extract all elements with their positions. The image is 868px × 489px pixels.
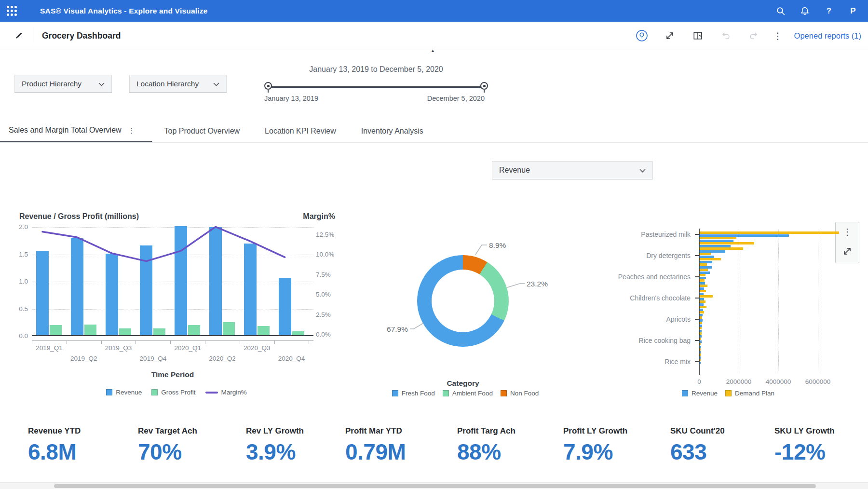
demand-plan-bar[interactable] [700,269,708,271]
search-icon[interactable] [775,6,786,16]
demand-plan-bar[interactable] [700,258,721,260]
horizontal-scrollbar-thumb[interactable] [54,484,816,488]
collapse-caret-icon[interactable]: ▲ [431,48,435,53]
demand-plan-bar[interactable] [700,343,701,345]
category-donut[interactable] [417,255,509,347]
demand-plan-bar[interactable] [700,285,707,287]
demand-plan-bar[interactable] [700,332,702,335]
gross-profit-bar[interactable] [119,328,131,336]
demand-plan-bar[interactable] [700,279,705,282]
demand-plan-bar[interactable] [700,242,754,244]
legend-item-demand-plan[interactable]: Demand Plan [725,390,774,397]
demand-plan-bar[interactable] [700,327,702,329]
tab-sales-and-margin-total-overview[interactable]: Sales and Margin Total Overview⋮ [0,120,152,142]
slider-start-label: January 13, 2019 [264,95,318,102]
kpi-tile-sku-ly-growth[interactable]: SKU LY Growth-12% [774,426,835,465]
date-range-slider-track[interactable] [268,86,484,88]
demand-plan-bar[interactable] [700,290,706,292]
panel-toggle-icon[interactable] [690,27,706,44]
hbar-category-label: Rice mix [601,357,691,366]
combo-x-tick [309,340,309,344]
kpi-tile-profit-ly-growth[interactable]: Profit LY Growth7.9% [563,426,627,465]
legend-item-revenue[interactable]: Revenue [106,389,142,396]
legend-item-gross-profit[interactable]: Gross Profit [151,389,195,396]
demand-plan-bar[interactable] [700,359,701,361]
tab-top-product-overview[interactable]: Top Product Overview [152,120,253,142]
slider-handle-end[interactable] [480,82,488,90]
gross-profit-bar[interactable] [50,325,62,336]
gross-profit-bar[interactable] [84,325,96,336]
gross-profit-bar[interactable] [223,322,235,336]
revenue-bar[interactable] [140,245,152,336]
kpi-tile-profit-mar-ytd[interactable]: Profit Mar YTD0.79M [345,426,406,465]
notifications-icon[interactable] [800,6,810,16]
horizontal-scrollbar-track[interactable] [0,482,868,489]
object-menu-icon[interactable]: ⋮ [843,228,852,236]
revenue-bar[interactable] [71,238,83,336]
gross-profit-bar[interactable] [258,326,270,337]
hbar-y-tick [695,234,699,235]
suggestions-bulb-icon[interactable] [634,27,650,44]
legend-item-margin-[interactable]: Margin% [205,389,247,396]
demand-plan-bar[interactable] [700,274,705,276]
demand-plan-bar[interactable] [700,247,743,250]
gross-profit-bar[interactable] [153,328,165,336]
revenue-bar[interactable] [175,226,187,336]
product-hierarchy-dropdown[interactable]: Product Hierarchy [14,75,112,93]
kpi-tile-rev-target-ach[interactable]: Rev Target Ach70% [138,426,197,465]
location-hierarchy-dropdown[interactable]: Location Hierarchy [129,75,227,93]
demand-plan-bar[interactable] [700,253,711,255]
object-maximize-icon[interactable] [842,246,852,258]
legend-item-revenue[interactable]: Revenue [682,390,718,397]
kpi-tile-revenue-ytd[interactable]: Revenue YTD6.8M [28,426,81,465]
slider-handle-start[interactable] [264,82,272,90]
tab-overflow-menu-icon[interactable]: ⋮ [128,127,136,134]
object-float-toolbar: ⋮ [835,222,859,263]
undo-icon[interactable] [718,27,734,44]
demand-plan-bar[interactable] [700,338,701,340]
combo-right-axis-label: 7.5% [316,271,340,278]
tab-location-kpi-review[interactable]: Location KPI Review [252,120,349,142]
revenue-bar[interactable] [209,227,222,336]
gross-profit-bar[interactable] [188,325,200,336]
demand-plan-bar[interactable] [700,295,713,298]
demand-plan-bar[interactable] [700,263,707,266]
legend-item-non-food[interactable]: Non Food [501,390,539,397]
combo-x-tick [240,340,240,344]
demand-plan-bar[interactable] [700,348,701,351]
help-icon[interactable]: ? [824,6,834,16]
demand-plan-bar[interactable] [700,311,704,313]
opened-reports-link[interactable]: Opened reports (1) [794,31,861,41]
toolbar-menu-icon[interactable]: ⋮ [773,31,783,41]
demand-plan-bar[interactable] [700,231,839,234]
tab-inventory-analysis[interactable]: Inventory Analysis [349,120,436,142]
revenue-bar[interactable] [244,244,257,336]
legend-item-ambient-food[interactable]: Ambient Food [443,390,493,397]
gridline [778,230,779,374]
demand-plan-bar[interactable] [700,306,706,308]
demand-plan-bar[interactable] [700,300,705,303]
revenue-bar[interactable] [36,251,49,336]
revenue-bar[interactable] [279,278,291,336]
demand-plan-bar[interactable] [700,353,701,356]
edit-report-button[interactable] [11,27,27,44]
gross-profit-bar[interactable] [292,331,304,336]
demand-plan-bar[interactable] [700,322,702,324]
kpi-tile-sku-count-20[interactable]: SKU Count'20633 [670,426,725,465]
demand-plan-bar[interactable] [700,237,736,239]
legend-item-fresh-food[interactable]: Fresh Food [392,390,435,397]
legend-swatch [725,390,732,396]
revenue-bar[interactable] [106,254,118,336]
gridline [818,230,818,374]
apps-grid-icon[interactable] [7,6,17,16]
dashboard-page: SAS® Visual Analytics - Explore and Visu… [0,0,868,489]
revenue-bar[interactable] [700,362,701,364]
fullscreen-icon[interactable] [662,27,678,44]
app-title: SAS® Visual Analytics - Explore and Visu… [40,7,207,15]
demand-plan-bar[interactable] [700,316,702,319]
redo-icon[interactable] [746,27,762,44]
user-avatar[interactable]: P [848,6,858,16]
measure-dropdown[interactable]: Revenue [492,161,653,179]
kpi-tile-rev-ly-growth[interactable]: Rev LY Growth3.9% [246,426,304,465]
kpi-tile-profit-targ-ach[interactable]: Profit Targ Ach88% [457,426,515,465]
